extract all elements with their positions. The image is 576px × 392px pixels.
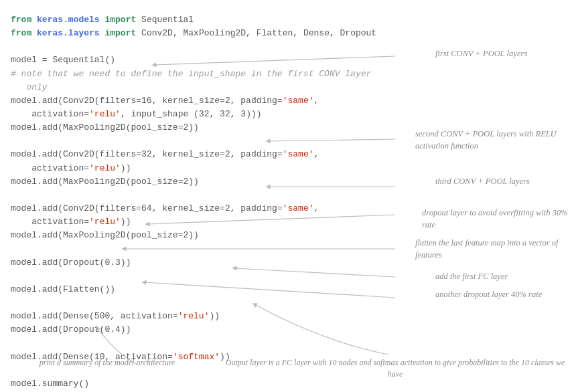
dropout-1: model.add(Dropout(0.3))	[11, 256, 384, 270]
code-area: from keras.models import Sequential from…	[0, 0, 395, 392]
maxpool-1: model.add(MaxPooling2D(pool_size=2))	[11, 121, 384, 134]
annotation-conv3: third CONV + POOL layers	[435, 176, 569, 188]
conv2d-1: model.add(Conv2D(filters=16, kernel_size…	[11, 94, 384, 108]
model-init: model = Sequential()	[11, 54, 384, 67]
import-line-1: from keras.models import Sequential	[11, 13, 384, 27]
bottom-annotations: print a summary of the model architectur…	[20, 357, 569, 380]
comment-1: # note that we need to define the input_…	[11, 68, 384, 81]
module-name-1: keras.models	[37, 15, 100, 25]
bottom-ann-summary: print a summary of the model architectur…	[20, 357, 194, 380]
annotation-flatten: flatten the last feature map into a vect…	[415, 237, 569, 261]
conv2d-3: model.add(Conv2D(filters=64, kernel_size…	[11, 202, 384, 215]
annotations-area: first CONV + POOL layers second CONV + P…	[395, 0, 576, 392]
from-keyword: from	[11, 15, 31, 25]
comment-2: only	[11, 81, 384, 94]
conv2d-2: model.add(Conv2D(filters=32, kernel_size…	[11, 148, 384, 161]
maxpool-2: model.add(MaxPooling2D(pool_size=2))	[11, 175, 384, 189]
annotation-conv2: second CONV + POOL layers with RELU acti…	[415, 128, 569, 152]
from-keyword-2: from	[11, 28, 31, 38]
import-keyword-2: import	[104, 28, 136, 38]
annotation-conv1: first CONV + POOL layers	[435, 48, 569, 60]
annotation-dense1: add the first FC layer	[435, 271, 569, 283]
module-name-2: keras.layers	[37, 28, 100, 38]
import-keyword-1: import	[104, 15, 136, 25]
dense-1: model.add(Dense(500, activation='relu'))	[11, 310, 384, 323]
bottom-ann-output: Output layer is a FC layer with 10 nodes…	[221, 357, 569, 380]
conv2d-1-cont: activation='relu', input_shape (32, 32, …	[11, 108, 384, 121]
conv2d-2-cont: activation='relu'))	[11, 162, 384, 175]
annotation-dropout2: another dropout layer 40% rate	[435, 289, 569, 301]
annotation-dropout1: dropout layer to avoid overfitting with …	[422, 207, 569, 231]
maxpool-3: model.add(MaxPooling2D(pool_size=2))	[11, 229, 384, 242]
import-line-2: from keras.layers import Conv2D, MaxPool…	[11, 27, 384, 40]
dropout-2: model.add(Dropout(0.4))	[11, 323, 384, 336]
flatten: model.add(Flatten())	[11, 283, 384, 296]
conv2d-3-cont: activation='relu'))	[11, 215, 384, 229]
